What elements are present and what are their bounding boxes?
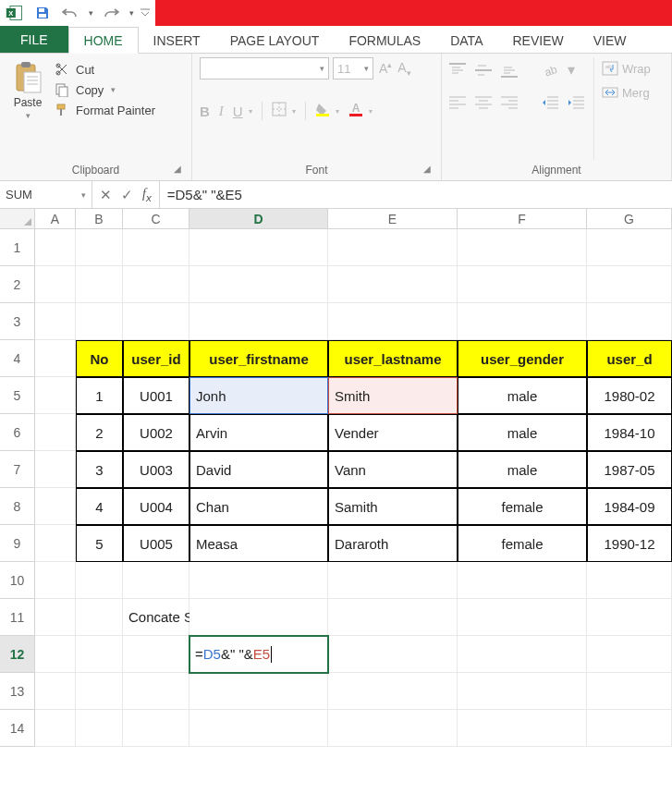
cell[interactable] (35, 340, 76, 377)
cell[interactable]: 1987-05 (587, 451, 672, 488)
tab-insert[interactable]: INSERT (139, 28, 215, 53)
cell[interactable] (458, 562, 587, 599)
paste-button[interactable]: Paste ▾ (7, 57, 48, 160)
cell[interactable]: Smith (328, 377, 458, 414)
cell[interactable] (123, 673, 189, 710)
cell[interactable] (76, 673, 123, 710)
cell[interactable]: U001 (123, 377, 189, 414)
cell[interactable]: Vender (328, 414, 458, 451)
decrease-indent-icon[interactable] (542, 95, 558, 110)
cell[interactable] (328, 599, 458, 636)
cancel-formula-icon[interactable]: ✕ (100, 187, 112, 203)
cell[interactable]: U003 (123, 451, 189, 488)
cell[interactable] (123, 303, 189, 340)
cell[interactable]: U002 (123, 414, 189, 451)
cell[interactable] (189, 673, 328, 710)
align-middle-icon[interactable] (475, 63, 492, 78)
tab-view[interactable]: VIEW (579, 28, 641, 53)
row-header-10[interactable]: 10 (0, 562, 35, 599)
cut-button[interactable]: Cut (54, 61, 155, 78)
cell[interactable]: Chan (189, 488, 328, 525)
cell[interactable] (35, 303, 76, 340)
cell[interactable] (35, 525, 76, 562)
cell[interactable]: Arvin (189, 414, 328, 451)
cell[interactable]: =D5&" "&E5 (189, 636, 328, 673)
cell[interactable]: male (458, 451, 587, 488)
row-header-6[interactable]: 6 (0, 414, 35, 451)
cell[interactable] (458, 636, 587, 673)
cell[interactable]: male (458, 414, 587, 451)
cell[interactable]: 4 (76, 488, 123, 525)
tab-review[interactable]: REVIEW (497, 28, 578, 53)
col-header-B[interactable]: B (76, 209, 123, 228)
redo-icon[interactable] (98, 3, 124, 23)
tab-data[interactable]: DATA (435, 28, 497, 53)
cell[interactable] (587, 673, 672, 710)
clipboard-launcher-icon[interactable]: ◢ (171, 164, 184, 177)
redo-dropdown-icon[interactable]: ▾ (126, 3, 137, 23)
cell[interactable] (587, 636, 672, 673)
align-top-icon[interactable] (449, 63, 466, 78)
paste-dropdown-icon[interactable]: ▾ (26, 111, 31, 120)
row-header-13[interactable]: 13 (0, 673, 35, 710)
underline-button[interactable]: U (233, 104, 243, 119)
underline-dropdown-icon[interactable]: ▾ (249, 107, 252, 116)
merge-center-button[interactable]: Merg (602, 85, 651, 100)
row-header-11[interactable]: 11 (0, 599, 35, 636)
format-painter-button[interactable]: Format Painter (54, 102, 155, 118)
undo-dropdown-icon[interactable]: ▾ (85, 3, 96, 23)
font-color-button[interactable]: A (348, 102, 363, 120)
align-bottom-icon[interactable] (501, 63, 518, 78)
cell[interactable] (328, 562, 458, 599)
formula-input[interactable]: =D5&" "&E5 (160, 181, 672, 208)
cell[interactable] (76, 599, 123, 636)
cell[interactable] (587, 266, 672, 303)
cell[interactable] (328, 266, 458, 303)
cell[interactable] (328, 710, 458, 747)
cell[interactable]: No (76, 340, 123, 377)
cell[interactable] (35, 229, 76, 266)
cell[interactable]: 2 (76, 414, 123, 451)
cell[interactable] (76, 303, 123, 340)
cell[interactable]: female (458, 488, 587, 525)
cell[interactable] (328, 673, 458, 710)
cell[interactable] (123, 636, 189, 673)
cell[interactable] (35, 488, 76, 525)
cell[interactable] (189, 562, 328, 599)
cell[interactable] (458, 673, 587, 710)
cell[interactable]: user_gender (458, 340, 587, 377)
cell[interactable] (458, 599, 587, 636)
tab-file[interactable]: FILE (0, 26, 68, 53)
cell[interactable]: 3 (76, 451, 123, 488)
cell[interactable] (587, 303, 672, 340)
orientation-icon[interactable]: ab (542, 63, 558, 78)
cell[interactable]: 1980-02 (587, 377, 672, 414)
undo-icon[interactable] (57, 3, 83, 23)
cell[interactable]: 5 (76, 525, 123, 562)
cell[interactable] (35, 414, 76, 451)
row-header-2[interactable]: 2 (0, 266, 35, 303)
cell[interactable] (587, 229, 672, 266)
cell[interactable] (123, 710, 189, 747)
select-all-corner[interactable] (0, 209, 35, 228)
fill-dropdown-icon[interactable]: ▾ (336, 107, 339, 116)
cell[interactable] (189, 303, 328, 340)
cell[interactable]: Measa (189, 525, 328, 562)
cell[interactable] (458, 229, 587, 266)
font-color-dropdown-icon[interactable]: ▾ (369, 107, 373, 116)
cell[interactable]: Vann (328, 451, 458, 488)
tab-page-layout[interactable]: PAGE LAYOUT (215, 28, 335, 53)
cell[interactable]: 1984-10 (587, 414, 672, 451)
cell[interactable] (76, 562, 123, 599)
cell[interactable]: Concate String (123, 599, 189, 636)
enter-formula-icon[interactable]: ✓ (121, 187, 133, 203)
cell[interactable]: 1990-12 (587, 525, 672, 562)
row-header-5[interactable]: 5 (0, 377, 35, 414)
cell[interactable] (35, 636, 76, 673)
cell[interactable] (328, 229, 458, 266)
bold-button[interactable]: B (200, 104, 210, 119)
cell[interactable] (123, 266, 189, 303)
cell[interactable] (328, 303, 458, 340)
cell[interactable]: user_d (587, 340, 672, 377)
fx-icon[interactable]: fx (142, 187, 152, 203)
